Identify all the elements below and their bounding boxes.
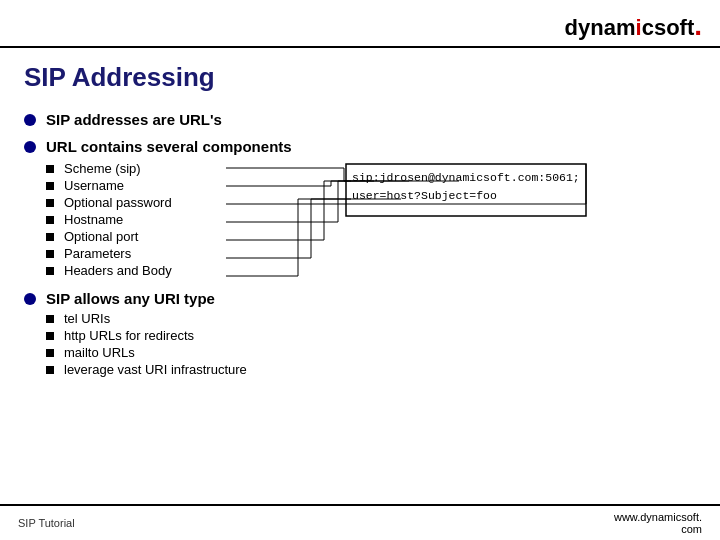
list-item: Parameters — [46, 246, 216, 261]
component-headers: Headers and Body — [64, 263, 172, 278]
main-content: SIP Addressing SIP addresses are URL's U… — [0, 48, 720, 397]
component-scheme: Scheme (sip) — [64, 161, 141, 176]
bullet-text-2: URL contains several components — [46, 138, 292, 155]
bullet-text-1: SIP addresses are URL's — [46, 111, 222, 128]
bullet-item-3: SIP allows any URI type — [24, 290, 696, 307]
sub-bullet-square — [46, 165, 54, 173]
sub-bullet-square — [46, 216, 54, 224]
bullet-dot-3 — [24, 293, 36, 305]
component-parameters: Parameters — [64, 246, 131, 261]
logo-dynamic: dynamicsoft. — [565, 15, 702, 40]
bullet-section-3: SIP allows any URI type tel URIs http UR… — [24, 290, 696, 377]
sub-bullet-square — [46, 233, 54, 241]
footer-left: SIP Tutorial — [18, 517, 75, 529]
list-item: Username — [46, 178, 216, 193]
bullet-section-2: URL contains several components Scheme (… — [24, 138, 696, 280]
bullet-section-1: SIP addresses are URL's — [24, 111, 696, 128]
list-item: leverage vast URI infrastructure — [46, 362, 696, 377]
logo: dynamicsoft. — [565, 10, 702, 42]
connector-svg: sip:jdrosen@dynamicsoft.com:5061; user=h… — [226, 159, 596, 299]
footer-right: www.dynamicsoft. com — [614, 511, 702, 535]
sub-bullet-square — [46, 349, 54, 357]
uri-type-http: http URLs for redirects — [64, 328, 194, 343]
bullet-text-3: SIP allows any URI type — [46, 290, 215, 307]
uri-type-leverage: leverage vast URI infrastructure — [64, 362, 247, 377]
footer-right-line2: com — [681, 523, 702, 535]
list-item: Optional password — [46, 195, 216, 210]
footer-right-line1: www.dynamicsoft. — [614, 511, 702, 523]
header: dynamicsoft. — [0, 0, 720, 48]
list-item: tel URIs — [46, 311, 696, 326]
bullet-item-1: SIP addresses are URL's — [24, 111, 696, 128]
sub-bullet-square — [46, 199, 54, 207]
component-port: Optional port — [64, 229, 138, 244]
sub-bullet-square — [46, 332, 54, 340]
svg-rect-0 — [346, 164, 586, 216]
list-item: Optional port — [46, 229, 216, 244]
sub-bullet-square — [46, 182, 54, 190]
bullet-item-2: URL contains several components — [24, 138, 696, 155]
component-username: Username — [64, 178, 124, 193]
component-hostname: Hostname — [64, 212, 123, 227]
sub-bullet-square — [46, 366, 54, 374]
component-password: Optional password — [64, 195, 172, 210]
uri-type-mailto: mailto URLs — [64, 345, 135, 360]
list-item: http URLs for redirects — [46, 328, 696, 343]
uri-types-list: tel URIs http URLs for redirects mailto … — [46, 311, 696, 377]
svg-text:sip:jdrosen@dynamicsoft.com:50: sip:jdrosen@dynamicsoft.com:5061; — [352, 171, 580, 184]
sub-bullet-square — [46, 250, 54, 258]
page-title: SIP Addressing — [24, 62, 696, 93]
bullet-dot-2 — [24, 141, 36, 153]
components-list: Scheme (sip) Username Optional password … — [46, 161, 216, 280]
list-item: Scheme (sip) — [46, 161, 216, 176]
sub-bullet-square — [46, 315, 54, 323]
svg-text:user=host?Subject=foo: user=host?Subject=foo — [352, 189, 497, 202]
sub-bullet-square — [46, 267, 54, 275]
list-item: Hostname — [46, 212, 216, 227]
list-item: mailto URLs — [46, 345, 696, 360]
list-item: Headers and Body — [46, 263, 216, 278]
footer: SIP Tutorial www.dynamicsoft. com — [0, 504, 720, 540]
bullet-dot-1 — [24, 114, 36, 126]
uri-type-tel: tel URIs — [64, 311, 110, 326]
